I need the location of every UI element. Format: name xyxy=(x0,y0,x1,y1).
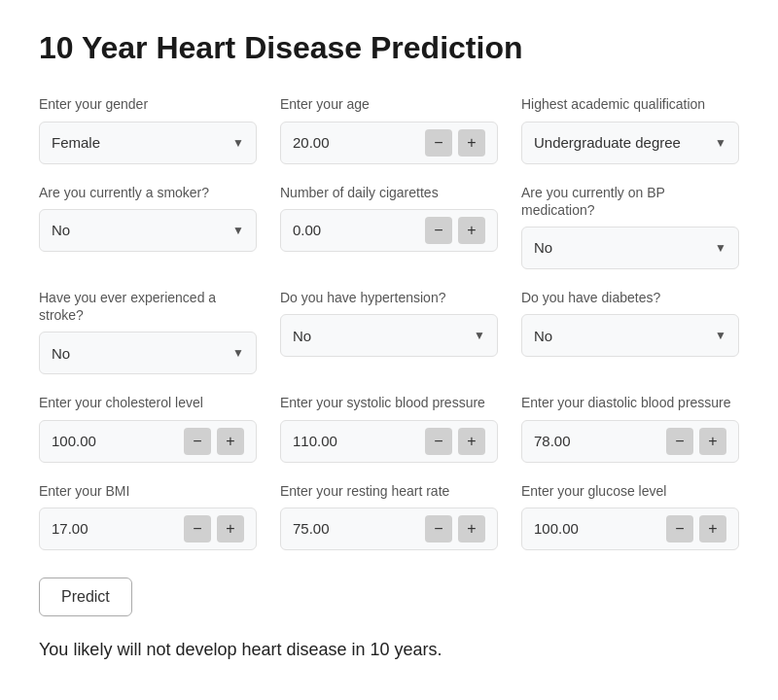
numeric-cholesterol[interactable]: 100.00−+ xyxy=(39,420,257,463)
numeric-value-age: 20.00 xyxy=(293,134,425,151)
decrement-diastolic_bp[interactable]: − xyxy=(666,428,693,455)
label-hypertension: Do you have hypertension? xyxy=(280,289,498,306)
numeric-cigarettes[interactable]: 0.00−+ xyxy=(280,209,498,252)
form-group-diabetes: Do you have diabetes?No▼ xyxy=(521,289,739,374)
chevron-down-icon: ▼ xyxy=(715,136,726,150)
increment-heart_rate[interactable]: + xyxy=(458,515,485,542)
increment-systolic_bp[interactable]: + xyxy=(458,428,485,455)
select-smoker[interactable]: No▼ xyxy=(39,209,257,252)
numeric-value-glucose: 100.00 xyxy=(534,520,666,537)
select-value-diabetes: No xyxy=(534,328,715,344)
increment-bmi[interactable]: + xyxy=(217,515,244,542)
numeric-systolic_bp[interactable]: 110.00−+ xyxy=(280,420,498,463)
select-diabetes[interactable]: No▼ xyxy=(521,314,739,357)
form-group-bmi: Enter your BMI17.00−+ xyxy=(39,482,257,550)
decrement-age[interactable]: − xyxy=(425,129,452,157)
chevron-down-icon: ▼ xyxy=(232,224,244,237)
form-group-stroke: Have you ever experienced a stroke?No▼ xyxy=(39,289,257,374)
increment-cholesterol[interactable]: + xyxy=(217,428,244,455)
chevron-down-icon: ▼ xyxy=(715,241,726,255)
decrement-heart_rate[interactable]: − xyxy=(425,515,452,542)
select-hypertension[interactable]: No▼ xyxy=(280,314,498,357)
decrement-glucose[interactable]: − xyxy=(666,515,693,542)
form-group-age: Enter your age20.00−+ xyxy=(280,95,498,163)
form-group-heart_rate: Enter your resting heart rate75.00−+ xyxy=(280,482,498,550)
increment-glucose[interactable]: + xyxy=(699,515,726,542)
chevron-down-icon: ▼ xyxy=(232,346,244,360)
increment-age[interactable]: + xyxy=(458,129,485,157)
label-education: Highest academic qualification xyxy=(521,95,739,113)
numeric-value-bmi: 17.00 xyxy=(52,520,184,537)
select-gender[interactable]: Female▼ xyxy=(39,122,257,164)
select-education[interactable]: Undergraduate degree▼ xyxy=(521,122,739,164)
form-group-education: Highest academic qualificationUndergradu… xyxy=(521,95,739,163)
increment-cigarettes[interactable]: + xyxy=(458,217,485,244)
decrement-cigarettes[interactable]: − xyxy=(425,217,452,244)
label-bp_medication: Are you currently on BP medication? xyxy=(521,184,739,219)
label-systolic_bp: Enter your systolic blood pressure xyxy=(280,394,498,411)
numeric-value-cholesterol: 100.00 xyxy=(52,433,184,449)
label-cigarettes: Number of daily cigarettes xyxy=(280,184,498,201)
numeric-age[interactable]: 20.00−+ xyxy=(280,122,498,164)
form-group-cholesterol: Enter your cholesterol level100.00−+ xyxy=(39,394,257,462)
chevron-down-icon: ▼ xyxy=(715,329,726,342)
select-value-gender: Female xyxy=(52,134,232,151)
numeric-value-cigarettes: 0.00 xyxy=(293,222,425,238)
form-group-gender: Enter your genderFemale▼ xyxy=(39,95,257,163)
numeric-value-systolic_bp: 110.00 xyxy=(293,433,425,449)
decrement-bmi[interactable]: − xyxy=(184,515,211,542)
numeric-heart_rate[interactable]: 75.00−+ xyxy=(280,508,498,550)
numeric-value-diastolic_bp: 78.00 xyxy=(534,433,666,449)
numeric-diastolic_bp[interactable]: 78.00−+ xyxy=(521,420,739,463)
select-value-stroke: No xyxy=(52,345,232,362)
label-glucose: Enter your glucose level xyxy=(521,482,739,500)
form-group-smoker: Are you currently a smoker?No▼ xyxy=(39,184,257,269)
label-cholesterol: Enter your cholesterol level xyxy=(39,394,257,411)
numeric-bmi[interactable]: 17.00−+ xyxy=(39,508,257,550)
select-stroke[interactable]: No▼ xyxy=(39,332,257,374)
form-group-cigarettes: Number of daily cigarettes0.00−+ xyxy=(280,184,498,269)
select-value-bp_medication: No xyxy=(534,239,715,256)
label-age: Enter your age xyxy=(280,95,498,113)
form-group-hypertension: Do you have hypertension?No▼ xyxy=(280,289,498,374)
form-group-diastolic_bp: Enter your diastolic blood pressure78.00… xyxy=(521,394,739,462)
form-grid: Enter your genderFemale▼Enter your age20… xyxy=(39,95,739,549)
result-text: You likely will not develop heart diseas… xyxy=(39,640,739,660)
label-stroke: Have you ever experienced a stroke? xyxy=(39,289,257,324)
decrement-cholesterol[interactable]: − xyxy=(184,428,211,455)
form-group-bp_medication: Are you currently on BP medication?No▼ xyxy=(521,184,739,269)
predict-button[interactable]: Predict xyxy=(39,578,132,616)
label-gender: Enter your gender xyxy=(39,95,257,113)
form-group-glucose: Enter your glucose level100.00−+ xyxy=(521,482,739,550)
select-value-education: Undergraduate degree xyxy=(534,134,715,151)
increment-diastolic_bp[interactable]: + xyxy=(699,428,726,455)
select-value-smoker: No xyxy=(52,222,232,238)
form-group-systolic_bp: Enter your systolic blood pressure110.00… xyxy=(280,394,498,462)
select-bp_medication[interactable]: No▼ xyxy=(521,227,739,269)
chevron-down-icon: ▼ xyxy=(474,329,485,342)
chevron-down-icon: ▼ xyxy=(232,136,244,150)
label-smoker: Are you currently a smoker? xyxy=(39,184,257,201)
label-heart_rate: Enter your resting heart rate xyxy=(280,482,498,500)
select-value-hypertension: No xyxy=(293,328,474,344)
label-diastolic_bp: Enter your diastolic blood pressure xyxy=(521,394,739,411)
decrement-systolic_bp[interactable]: − xyxy=(425,428,452,455)
numeric-value-heart_rate: 75.00 xyxy=(293,520,425,537)
label-bmi: Enter your BMI xyxy=(39,482,257,500)
page-title: 10 Year Heart Disease Prediction xyxy=(39,29,739,66)
label-diabetes: Do you have diabetes? xyxy=(521,289,739,306)
numeric-glucose[interactable]: 100.00−+ xyxy=(521,508,739,550)
